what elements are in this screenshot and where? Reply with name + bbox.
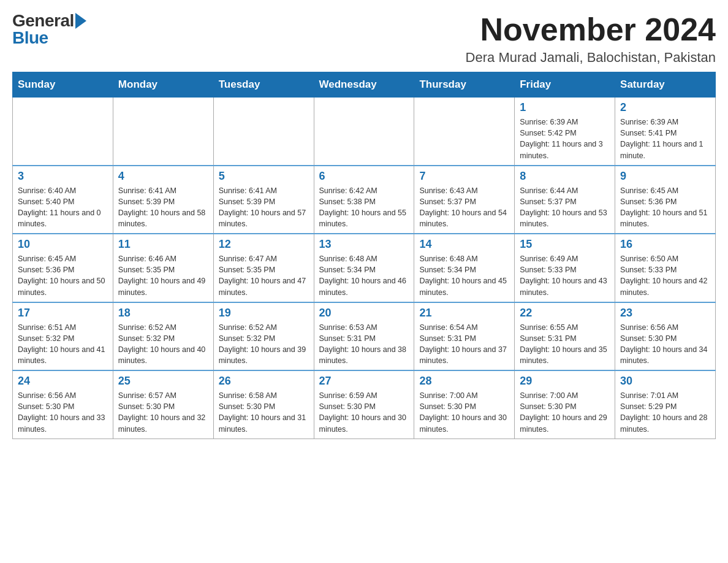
day-number: 20 bbox=[319, 307, 409, 320]
calendar-cell: 26Sunrise: 6:58 AMSunset: 5:30 PMDayligh… bbox=[213, 370, 314, 439]
day-number: 13 bbox=[319, 238, 409, 251]
calendar-cell bbox=[113, 98, 213, 166]
calendar-cell: 28Sunrise: 7:00 AMSunset: 5:30 PMDayligh… bbox=[414, 370, 515, 439]
day-number: 6 bbox=[319, 170, 409, 183]
calendar-cell: 12Sunrise: 6:47 AMSunset: 5:35 PMDayligh… bbox=[213, 234, 314, 302]
col-header-friday: Friday bbox=[515, 72, 615, 98]
day-number: 7 bbox=[419, 170, 509, 183]
col-header-saturday: Saturday bbox=[615, 72, 716, 98]
calendar-cell bbox=[13, 98, 113, 166]
calendar-cell: 16Sunrise: 6:50 AMSunset: 5:33 PMDayligh… bbox=[615, 234, 716, 302]
calendar-cell: 3Sunrise: 6:40 AMSunset: 5:40 PMDaylight… bbox=[13, 166, 113, 234]
day-info: Sunrise: 6:52 AMSunset: 5:32 PMDaylight:… bbox=[219, 322, 309, 367]
day-number: 16 bbox=[620, 238, 710, 251]
calendar-cell bbox=[213, 98, 314, 166]
day-info: Sunrise: 6:39 AMSunset: 5:42 PMDaylight:… bbox=[520, 117, 610, 161]
calendar-cell: 20Sunrise: 6:53 AMSunset: 5:31 PMDayligh… bbox=[314, 302, 414, 371]
day-number: 19 bbox=[219, 307, 309, 320]
day-info: Sunrise: 7:01 AMSunset: 5:29 PMDaylight:… bbox=[620, 390, 710, 435]
logo-arrow-icon bbox=[75, 13, 86, 29]
location-subtitle: Dera Murad Jamali, Balochistan, Pakistan bbox=[466, 50, 716, 66]
calendar-cell: 10Sunrise: 6:45 AMSunset: 5:36 PMDayligh… bbox=[13, 234, 113, 302]
calendar-cell: 5Sunrise: 6:41 AMSunset: 5:39 PMDaylight… bbox=[213, 166, 314, 234]
calendar-cell: 9Sunrise: 6:45 AMSunset: 5:36 PMDaylight… bbox=[615, 166, 716, 234]
day-info: Sunrise: 6:43 AMSunset: 5:37 PMDaylight:… bbox=[419, 185, 509, 230]
calendar-cell: 22Sunrise: 6:55 AMSunset: 5:31 PMDayligh… bbox=[515, 302, 615, 371]
day-info: Sunrise: 6:55 AMSunset: 5:31 PMDaylight:… bbox=[520, 322, 610, 367]
day-number: 11 bbox=[118, 238, 208, 251]
page-header: General Blue November 2024 Dera Murad Ja… bbox=[12, 12, 716, 66]
calendar-cell: 21Sunrise: 6:54 AMSunset: 5:31 PMDayligh… bbox=[414, 302, 515, 371]
day-info: Sunrise: 6:40 AMSunset: 5:40 PMDaylight:… bbox=[18, 185, 108, 230]
day-info: Sunrise: 6:44 AMSunset: 5:37 PMDaylight:… bbox=[520, 185, 610, 230]
day-number: 14 bbox=[419, 238, 509, 251]
logo: General Blue bbox=[12, 12, 86, 47]
day-number: 4 bbox=[118, 170, 208, 183]
week-row-5: 24Sunrise: 6:56 AMSunset: 5:30 PMDayligh… bbox=[13, 370, 716, 439]
day-info: Sunrise: 6:48 AMSunset: 5:34 PMDaylight:… bbox=[419, 253, 509, 298]
day-number: 2 bbox=[620, 101, 710, 114]
day-number: 8 bbox=[520, 170, 610, 183]
logo-general-text: General bbox=[12, 12, 74, 29]
day-info: Sunrise: 6:57 AMSunset: 5:30 PMDaylight:… bbox=[118, 390, 208, 435]
calendar-cell: 6Sunrise: 6:42 AMSunset: 5:38 PMDaylight… bbox=[314, 166, 414, 234]
day-info: Sunrise: 6:41 AMSunset: 5:39 PMDaylight:… bbox=[219, 185, 309, 230]
day-number: 23 bbox=[620, 307, 710, 320]
day-info: Sunrise: 6:59 AMSunset: 5:30 PMDaylight:… bbox=[319, 390, 409, 435]
day-info: Sunrise: 6:56 AMSunset: 5:30 PMDaylight:… bbox=[18, 390, 108, 435]
calendar-cell: 8Sunrise: 6:44 AMSunset: 5:37 PMDaylight… bbox=[515, 166, 615, 234]
month-year-title: November 2024 bbox=[466, 12, 716, 47]
calendar-cell: 29Sunrise: 7:00 AMSunset: 5:30 PMDayligh… bbox=[515, 370, 615, 439]
calendar-cell: 24Sunrise: 6:56 AMSunset: 5:30 PMDayligh… bbox=[13, 370, 113, 439]
day-number: 1 bbox=[520, 101, 610, 114]
day-info: Sunrise: 6:41 AMSunset: 5:39 PMDaylight:… bbox=[118, 185, 208, 230]
day-info: Sunrise: 6:53 AMSunset: 5:31 PMDaylight:… bbox=[319, 322, 409, 367]
logo-blue-text: Blue bbox=[12, 28, 48, 47]
calendar-cell bbox=[414, 98, 515, 166]
week-row-4: 17Sunrise: 6:51 AMSunset: 5:32 PMDayligh… bbox=[13, 302, 716, 371]
day-number: 21 bbox=[419, 307, 509, 320]
day-number: 30 bbox=[620, 375, 710, 388]
day-number: 22 bbox=[520, 307, 610, 320]
day-number: 25 bbox=[118, 375, 208, 388]
day-number: 15 bbox=[520, 238, 610, 251]
week-row-1: 1Sunrise: 6:39 AMSunset: 5:42 PMDaylight… bbox=[13, 98, 716, 166]
calendar-cell: 23Sunrise: 6:56 AMSunset: 5:30 PMDayligh… bbox=[615, 302, 716, 371]
calendar-table: SundayMondayTuesdayWednesdayThursdayFrid… bbox=[12, 72, 716, 439]
calendar-cell: 11Sunrise: 6:46 AMSunset: 5:35 PMDayligh… bbox=[113, 234, 213, 302]
calendar-cell: 14Sunrise: 6:48 AMSunset: 5:34 PMDayligh… bbox=[414, 234, 515, 302]
day-number: 12 bbox=[219, 238, 309, 251]
day-info: Sunrise: 6:39 AMSunset: 5:41 PMDaylight:… bbox=[620, 117, 710, 161]
col-header-monday: Monday bbox=[113, 72, 213, 98]
calendar-cell: 17Sunrise: 6:51 AMSunset: 5:32 PMDayligh… bbox=[13, 302, 113, 371]
calendar-cell: 18Sunrise: 6:52 AMSunset: 5:32 PMDayligh… bbox=[113, 302, 213, 371]
day-info: Sunrise: 6:45 AMSunset: 5:36 PMDaylight:… bbox=[620, 185, 710, 230]
title-block: November 2024 Dera Murad Jamali, Balochi… bbox=[466, 12, 716, 66]
calendar-cell: 19Sunrise: 6:52 AMSunset: 5:32 PMDayligh… bbox=[213, 302, 314, 371]
day-number: 17 bbox=[18, 307, 108, 320]
week-row-3: 10Sunrise: 6:45 AMSunset: 5:36 PMDayligh… bbox=[13, 234, 716, 302]
calendar-cell: 7Sunrise: 6:43 AMSunset: 5:37 PMDaylight… bbox=[414, 166, 515, 234]
day-info: Sunrise: 6:50 AMSunset: 5:33 PMDaylight:… bbox=[620, 253, 710, 298]
day-number: 27 bbox=[319, 375, 409, 388]
day-info: Sunrise: 6:46 AMSunset: 5:35 PMDaylight:… bbox=[118, 253, 208, 298]
day-info: Sunrise: 6:51 AMSunset: 5:32 PMDaylight:… bbox=[18, 322, 108, 367]
day-number: 18 bbox=[118, 307, 208, 320]
day-number: 10 bbox=[18, 238, 108, 251]
col-header-tuesday: Tuesday bbox=[213, 72, 314, 98]
day-number: 3 bbox=[18, 170, 108, 183]
day-number: 5 bbox=[219, 170, 309, 183]
day-number: 28 bbox=[419, 375, 509, 388]
day-info: Sunrise: 6:52 AMSunset: 5:32 PMDaylight:… bbox=[118, 322, 208, 367]
day-info: Sunrise: 6:47 AMSunset: 5:35 PMDaylight:… bbox=[219, 253, 309, 298]
day-info: Sunrise: 6:58 AMSunset: 5:30 PMDaylight:… bbox=[219, 390, 309, 435]
day-info: Sunrise: 6:48 AMSunset: 5:34 PMDaylight:… bbox=[319, 253, 409, 298]
calendar-cell: 27Sunrise: 6:59 AMSunset: 5:30 PMDayligh… bbox=[314, 370, 414, 439]
calendar-cell: 13Sunrise: 6:48 AMSunset: 5:34 PMDayligh… bbox=[314, 234, 414, 302]
calendar-cell: 25Sunrise: 6:57 AMSunset: 5:30 PMDayligh… bbox=[113, 370, 213, 439]
day-info: Sunrise: 7:00 AMSunset: 5:30 PMDaylight:… bbox=[520, 390, 610, 435]
day-number: 29 bbox=[520, 375, 610, 388]
calendar-cell: 2Sunrise: 6:39 AMSunset: 5:41 PMDaylight… bbox=[615, 98, 716, 166]
day-info: Sunrise: 6:56 AMSunset: 5:30 PMDaylight:… bbox=[620, 322, 710, 367]
col-header-thursday: Thursday bbox=[414, 72, 515, 98]
